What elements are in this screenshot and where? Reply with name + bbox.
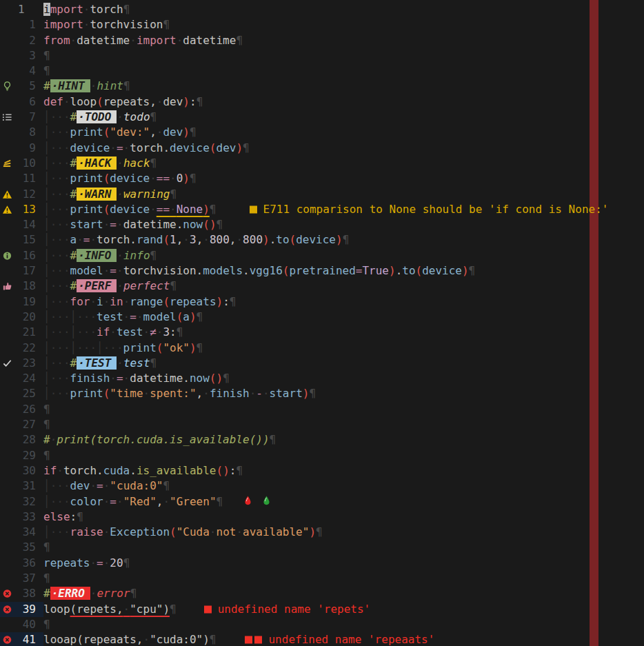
code-text[interactable]: │···print("dev:",·dev)¶ — [43, 125, 644, 140]
code-token: ·test — [117, 356, 150, 370]
code-line[interactable]: 5#·HINT·hint¶ — [0, 79, 644, 94]
code-token: torchvision — [90, 18, 163, 31]
code-text[interactable]: if·torch.cuda.is_available():¶ — [43, 463, 644, 478]
code-line[interactable]: 38#·ERRO·error¶ — [0, 586, 644, 601]
code-token: "dev:" — [110, 125, 150, 139]
code-text[interactable]: │···device·=·torch.device(dev)¶ — [43, 141, 644, 156]
code-line[interactable]: 37¶ — [0, 571, 644, 586]
code-token: ( — [97, 95, 103, 108]
code-text[interactable]: #·HINT·hint¶ — [43, 79, 644, 94]
code-line[interactable]: 3¶ — [0, 48, 644, 63]
code-text[interactable]: def·loop(repeats,·dev):¶ — [43, 94, 644, 110]
code-token: ¶ — [217, 495, 223, 508]
code-text[interactable]: from·datetime·import·datetime¶ — [43, 33, 644, 48]
code-line[interactable]: 30if·torch.cuda.is_available():¶ — [0, 463, 644, 478]
code-text[interactable]: ¶ — [43, 63, 644, 79]
code-token: 3 — [190, 233, 197, 246]
code-line[interactable]: 8│···print("dev:",·dev)¶ — [0, 125, 644, 140]
code-line[interactable]: 21│···│···if·test·≠·3:¶ — [0, 325, 644, 340]
code-text[interactable]: ¶ — [43, 571, 644, 586]
code-text[interactable]: │···#·HACK·hack¶ — [43, 156, 644, 171]
code-line[interactable]: 40¶ — [0, 617, 644, 632]
code-line[interactable]: 4¶ — [0, 63, 644, 79]
code-text[interactable]: │···#·TEST·test¶ — [43, 356, 644, 371]
code-text[interactable]: ¶ — [43, 48, 644, 63]
code-text[interactable]: │···#·INFO·info¶ — [43, 248, 644, 263]
warn-sign-icon — [0, 187, 18, 202]
code-text[interactable]: │···model·=·torchvision.models.vgg16(pre… — [43, 263, 644, 279]
code-text[interactable]: loop(repets,·"cpu")¶undefined name 'repe… — [43, 602, 644, 617]
code-text[interactable]: ¶ — [43, 540, 644, 555]
code-text[interactable]: │···finish·=·datetime.now()¶ — [43, 371, 644, 386]
code-text[interactable]: │···print(device·==·None)¶E711 compariso… — [43, 202, 644, 217]
code-line[interactable]: 23│···#·TEST·test¶ — [0, 356, 644, 371]
code-token: ¶ — [130, 587, 137, 600]
code-text[interactable]: else:¶ — [43, 509, 644, 525]
code-text[interactable]: ¶ — [43, 402, 644, 417]
code-line[interactable]: 18│···#·PERF·perfect¶ — [0, 279, 644, 294]
code-line[interactable]: 20│···│···test·=·model(a)¶ — [0, 310, 644, 325]
code-line[interactable]: 34│···raise·Exception("Cuda·not·availabl… — [0, 525, 644, 540]
code-line[interactable]: 6def·loop(repeats,·dev):¶ — [0, 94, 644, 110]
code-line[interactable]: 12│···#·WARN·warning¶ — [0, 187, 644, 202]
code-token: ) — [210, 218, 217, 231]
code-line[interactable]: 24│···finish·=·datetime.now()¶ — [0, 371, 644, 386]
code-line[interactable]: 10│···#·HACK·hack¶ — [0, 156, 644, 171]
code-line[interactable]: 2from·datetime·import·datetime¶ — [0, 33, 644, 48]
code-text[interactable]: │···#·PERF·perfect¶ — [43, 279, 644, 294]
code-line[interactable]: 13│···print(device·==·None)¶E711 compari… — [0, 202, 644, 217]
code-line[interactable]: 9│···device·=·torch.device(dev)¶ — [0, 141, 644, 156]
code-text[interactable]: ¶ — [43, 417, 644, 432]
code-line[interactable]: 29¶ — [0, 448, 644, 463]
code-line[interactable]: 14│···start·=·datetime.now()¶ — [0, 217, 644, 232]
code-line[interactable]: 1import·torch¶ — [0, 2, 644, 17]
code-line[interactable]: 33else:¶ — [0, 509, 644, 525]
code-line[interactable]: 22│···│···│···print("ok")¶ — [0, 341, 644, 356]
code-line[interactable]: 39loop(repets,·"cpu")¶undefined name 're… — [0, 602, 644, 617]
code-text[interactable]: │···for·i·in·range(repeats):¶ — [43, 294, 644, 310]
code-line[interactable]: 19│···for·i·in·range(repeats):¶ — [0, 294, 644, 310]
code-lines-container[interactable]: 1import·torch¶1import·torchvision¶2from·… — [0, 0, 644, 646]
code-text[interactable]: #·ERRO·error¶ — [43, 586, 644, 601]
code-line[interactable]: 11│···print(device·==·0)¶ — [0, 171, 644, 186]
code-line[interactable]: 7│···#·TODO·todo¶ — [0, 110, 644, 125]
code-text[interactable]: │···a·=·torch.rand(1,·3,·800,·800).to(de… — [43, 232, 644, 248]
code-line[interactable]: 27¶ — [0, 417, 644, 432]
code-text[interactable]: #·print(torch.cuda.is_available())¶ — [43, 432, 644, 447]
code-text[interactable]: │···│···│···print("ok")¶ — [43, 341, 644, 356]
code-line[interactable]: 26¶ — [0, 402, 644, 417]
code-token: ) — [309, 525, 316, 538]
code-line[interactable]: 35¶ — [0, 540, 644, 555]
code-text[interactable]: │···raise·Exception("Cuda·not·available"… — [43, 525, 644, 540]
code-text[interactable]: │···start·=·datetime.now()¶ — [43, 217, 644, 232]
line-number: 23 — [18, 356, 43, 371]
code-text[interactable]: import·torch¶ — [43, 2, 644, 17]
code-line[interactable]: 25│···print("time·spent:",·finish·-·star… — [0, 386, 644, 401]
line-number: 10 — [18, 156, 43, 171]
code-text[interactable]: │···color·=·"Red",·"Green"¶ — [43, 494, 644, 509]
code-text[interactable]: │···#·WARN·warning¶ — [43, 187, 644, 202]
code-text[interactable]: │···dev·=·"cuda:0"¶ — [43, 478, 644, 494]
hack-sign-icon — [0, 156, 18, 171]
code-line[interactable]: 32│···color·=·"Red",·"Green"¶ — [0, 494, 644, 509]
code-text[interactable]: │···#·TODO·todo¶ — [43, 110, 644, 125]
code-text[interactable]: │···print("time·spent:",·finish·-·start)… — [43, 386, 644, 401]
code-line[interactable]: 1import·torchvision¶ — [0, 17, 644, 32]
code-text[interactable]: ¶ — [43, 448, 644, 463]
code-line[interactable]: 28#·print(torch.cuda.is_available())¶ — [0, 432, 644, 447]
code-line[interactable]: 16│···#·INFO·info¶ — [0, 248, 644, 263]
code-line[interactable]: 41looap(repeaats,·"cuda:0")¶undefined na… — [0, 632, 644, 646]
code-text[interactable]: │···│···if·test·≠·3:¶ — [43, 325, 644, 340]
code-text[interactable]: import·torchvision¶ — [43, 17, 644, 32]
code-text[interactable]: repeats·=·20¶ — [43, 556, 644, 571]
sign-column-cell — [0, 171, 18, 186]
code-text[interactable]: looap(repeaats,·"cuda:0")¶undefined name… — [43, 632, 644, 646]
code-text[interactable]: ¶ — [43, 617, 644, 632]
code-line[interactable]: 31│···dev·=·"cuda:0"¶ — [0, 478, 644, 494]
code-line[interactable]: 36repeats·=·20¶ — [0, 556, 644, 571]
code-text[interactable]: │···│···test·=·model(a)¶ — [43, 310, 644, 325]
line-number: 19 — [18, 294, 43, 310]
code-text[interactable]: │···print(device·==·0)¶ — [43, 171, 644, 186]
code-line[interactable]: 17│···model·=·torchvision.models.vgg16(p… — [0, 263, 644, 279]
code-line[interactable]: 15│···a·=·torch.rand(1,·3,·800,·800).to(… — [0, 232, 644, 248]
